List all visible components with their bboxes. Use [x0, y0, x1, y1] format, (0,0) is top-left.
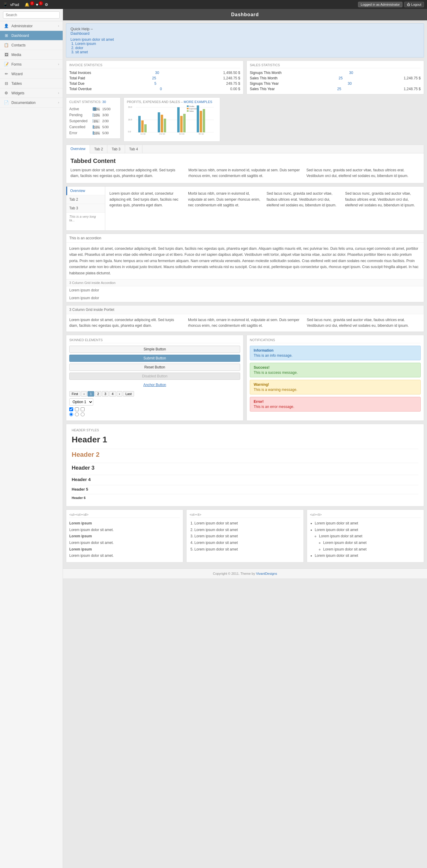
- chart-area: 33.0 16.5 0.0: [127, 105, 217, 135]
- tab-3[interactable]: Tab 3: [107, 145, 125, 153]
- sales-count-link[interactable]: 30: [348, 82, 352, 86]
- svg-rect-12: [177, 107, 180, 132]
- svg-rect-22: [187, 105, 189, 107]
- sidebar-item-administrator[interactable]: 👤 Administrator ›: [0, 21, 63, 31]
- header-divider: [72, 463, 418, 463]
- sidebar-item-widgets[interactable]: ⚙ Widgets ›: [0, 88, 63, 98]
- notif-badge-2: 1: [39, 1, 43, 5]
- submit-button[interactable]: Submit Button: [69, 354, 240, 362]
- page-3-button[interactable]: 3: [102, 391, 109, 397]
- vtabs-empty-space: [110, 208, 420, 226]
- select-wrapper: Option 1 Option 2 Option 3: [69, 398, 240, 407]
- sidebar-item-dashboard[interactable]: ⊞ Dashboard: [0, 31, 63, 40]
- sidebar-item-tables[interactable]: ⊟ Tables: [0, 79, 63, 88]
- checkbox-2[interactable]: [75, 407, 79, 411]
- device-icon: 📱: [3, 2, 8, 7]
- search-input[interactable]: [3, 11, 60, 19]
- sales-stat-row: Signups This Month 30: [250, 70, 421, 75]
- accordion-header[interactable]: This is an accordion: [66, 234, 424, 243]
- tab-overview[interactable]: Overview: [66, 145, 90, 153]
- page-2-button[interactable]: 2: [95, 391, 101, 397]
- option-select[interactable]: Option 1 Option 2 Option 3: [69, 398, 93, 406]
- page-wrapper: 👤 Administrator › ⊞ Dashboard 📋 Contacts…: [0, 0, 427, 868]
- page-prev-button[interactable]: ‹: [81, 391, 87, 397]
- sidebar-search-wrapper: [0, 9, 63, 21]
- chevron-right-icon: ›: [58, 101, 59, 104]
- page-last-button[interactable]: Last: [123, 391, 134, 397]
- page-4-button[interactable]: 4: [109, 391, 116, 397]
- sidebar-item-wizard[interactable]: ✏ Wizard: [0, 69, 63, 79]
- page-1-button[interactable]: 1: [88, 391, 94, 397]
- vtab-long: This is a very long ta...: [66, 213, 105, 224]
- media-icon: 🖼: [4, 53, 9, 57]
- vtab-3[interactable]: Tab 3: [66, 204, 105, 213]
- tab-2[interactable]: Tab 2: [90, 145, 107, 153]
- page-first-button[interactable]: First: [69, 391, 80, 397]
- invoice-count-link[interactable]: 5: [154, 82, 156, 86]
- h3-demo: Header 3: [72, 465, 418, 471]
- nested-list: Lorem ipsum dolor sit amet Lorem ipsum d…: [319, 533, 421, 553]
- gear-icon[interactable]: ⚙: [45, 2, 48, 7]
- bar-chart: 33.0 16.5 0.0: [127, 105, 217, 135]
- anchor-button[interactable]: Anchor Button: [69, 381, 240, 388]
- col-3: Sed lacus nunc, gravida sed auctor vitae…: [307, 167, 420, 179]
- quick-help-main-link[interactable]: Lorem ipsum dolor sit amet: [70, 37, 420, 42]
- pcol-1: Lorem ipsum dolor sit amet, consectetur …: [69, 317, 183, 329]
- svg-rect-14: [183, 114, 186, 132]
- radio-2[interactable]: [75, 412, 79, 416]
- sidebar-item-contacts[interactable]: 📋 Contacts: [0, 40, 63, 50]
- sales-stats-box: Sales Statistics Signups This Month 30 S…: [247, 61, 424, 94]
- disabled-button: Disabled Button: [69, 373, 240, 380]
- chart-more-link[interactable]: More Examples: [184, 100, 212, 104]
- power-icon: ⏻: [407, 3, 410, 6]
- accordion-body: Lorem ipsum dolor sit amet, consectetur …: [66, 243, 424, 279]
- notif-badge-1: 2: [30, 1, 34, 5]
- header-styles-title: Header styles: [72, 428, 418, 432]
- invoice-stats-box: Invoice Statistics Total Invoices 30 1,4…: [66, 61, 244, 94]
- invoice-count-link[interactable]: 30: [155, 71, 159, 75]
- invoice-count-link[interactable]: 25: [152, 76, 156, 80]
- dd-item: Lorem ipsum dolor sit amet.: [69, 540, 114, 545]
- simple-button[interactable]: Simple Button: [69, 346, 240, 353]
- sales-count-link[interactable]: 30: [349, 71, 353, 75]
- quick-help-link[interactable]: Dashboard: [70, 31, 420, 36]
- reset-button[interactable]: Reset Button: [69, 364, 240, 371]
- sales-count-link[interactable]: 25: [339, 76, 342, 80]
- sales-count-link[interactable]: 25: [337, 87, 341, 91]
- sidebar-item-media[interactable]: 🖼 Media: [0, 50, 63, 60]
- vcol-2: Morbi lacus nibh, ornare in euismod id, …: [188, 191, 262, 208]
- checkboxes-row: [69, 407, 240, 411]
- checkbox-1[interactable]: [69, 407, 73, 411]
- sidebar-item-documentation[interactable]: 📄 Documentation ›: [0, 98, 63, 107]
- checkbox-3[interactable]: [81, 407, 85, 411]
- progress-bar: 10%: [93, 113, 93, 117]
- svg-rect-17: [203, 109, 205, 132]
- profit-chart-box: Profits, Expenses and Sales – More Examp…: [123, 97, 220, 142]
- footer-link[interactable]: VivantDesigns: [256, 572, 277, 576]
- radio-3[interactable]: [81, 412, 85, 416]
- client-count-link[interactable]: 30: [102, 100, 106, 104]
- nested-nested-list: Lorem ipsum dolor sit amet Lorem ipsum d…: [323, 540, 421, 553]
- chevron-right-icon: ›: [58, 63, 59, 66]
- svg-text:Profits: Profits: [189, 105, 194, 107]
- skinned-title: Skinned Elements: [69, 338, 240, 343]
- bell-icon[interactable]: 🔔: [25, 2, 29, 7]
- header-divider: [72, 494, 418, 494]
- client-chart-row: Client Statistics: 30 Active 50% 15/30 P…: [66, 97, 424, 142]
- logout-button[interactable]: ⏻ Logout: [404, 2, 424, 7]
- tab-content: Tabbed Content Lorem ipsum dolor sit ame…: [66, 153, 424, 183]
- invoice-stat-row: Total Paid 25 1,248.75 $: [69, 75, 240, 81]
- vtab-2[interactable]: Tab 2: [66, 195, 105, 204]
- progress-bar: 16%: [93, 131, 94, 135]
- tab-4[interactable]: Tab 4: [125, 145, 142, 153]
- svg-rect-26: [187, 110, 189, 112]
- radio-1[interactable]: [69, 412, 73, 416]
- vtab-overview[interactable]: Overview: [66, 187, 105, 195]
- heart-icon[interactable]: ♥: [36, 2, 38, 7]
- invoice-count-link[interactable]: 0: [160, 87, 162, 91]
- notification-error: Error! This is an error message.: [250, 397, 421, 411]
- page-next-button[interactable]: ›: [117, 391, 123, 397]
- sidebar-item-forms[interactable]: 📝 Forms ›: [0, 60, 63, 69]
- progress-bar-wrapper: 10%: [93, 113, 100, 117]
- progress-row-error: Error 16% 5/30: [69, 130, 117, 136]
